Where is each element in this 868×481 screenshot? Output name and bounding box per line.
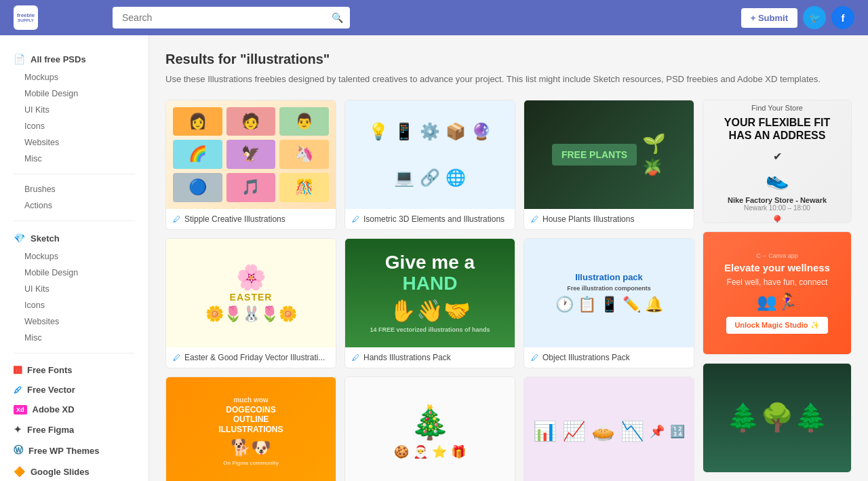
search-input[interactable] (113, 7, 350, 28)
sidebar-item-free-fonts[interactable]: 🅰 Free Fonts (0, 360, 149, 380)
facebook-icon: f (842, 12, 845, 24)
vector-icon: 🖊 (14, 385, 22, 395)
sidebar-item-adobe-xd[interactable]: Xd Adobe XD (0, 400, 149, 419)
figma-icon: ✦ (14, 424, 22, 435)
twitter-icon: 🐦 (809, 12, 821, 23)
card-title: Object Illustrations Pack (542, 353, 630, 362)
all-psds-label: All free PSDs (31, 54, 86, 64)
header-right: + Submit 🐦 f (741, 6, 854, 29)
adobe-xd-label: Adobe XD (33, 404, 75, 415)
sidebar-section-brushes: Brushes Actions (0, 181, 149, 214)
ad-nike-hours: Newark 10:00 – 18:00 (744, 204, 810, 212)
free-wp-label: Free WP Themes (28, 446, 100, 456)
free-vector-label: Free Vector (27, 385, 75, 395)
divider-3 (14, 353, 135, 353)
ad-nike-title: YOUR FLEXIBLE FIT HAS AN ADDRESS (711, 116, 843, 142)
card-icon: 🖊 (173, 353, 180, 362)
card-title: Hands Illustrations Pack (363, 353, 451, 362)
card-hands[interactable]: Give me aHAND ✋👋🤝 14 FREE vectorized ill… (344, 238, 515, 368)
card-isometric-label: 🖊 Isometric 3D Elements and Illustration… (345, 209, 515, 229)
sidebar-sub-sketch-websites[interactable]: Websites (0, 313, 149, 330)
card-hands-label: 🖊 Hands Illustrations Pack (345, 347, 515, 368)
sidebar-sub-misc[interactable]: Misc (0, 151, 149, 167)
google-slides-label: Google Slides (31, 467, 90, 477)
search-button[interactable]: 🔍 (332, 12, 343, 23)
divider-1 (14, 174, 135, 174)
card-stipple[interactable]: 👩 🧑 👨 🌈 🦅 🦄 🔵 🎵 🎊 (165, 100, 336, 230)
logo[interactable]: freebie SUPPLY (14, 5, 102, 30)
card-title: Isometric 3D Elements and Illustrations (363, 214, 505, 224)
main-layout: 📄 All free PSDs Mockups Mobile Design UI… (0, 35, 868, 481)
sidebar-sub-sketch-misc[interactable]: Misc (0, 330, 149, 346)
card-plants-image: FREE PLANTS 🌱 🪴 (524, 100, 694, 209)
sidebar-sub-websites[interactable]: Websites (0, 134, 149, 151)
ad-canva-cta[interactable]: Unlock Magic Studio ✨ (726, 317, 827, 334)
sidebar-sub-mockups[interactable]: Mockups (0, 69, 149, 85)
card-title: House Plants Illustrations (542, 214, 634, 224)
card-stipple-image: 👩 🧑 👨 🌈 🦅 🦄 🔵 🎵 🎊 (166, 100, 336, 209)
sidebar: 📄 All free PSDs Mockups Mobile Design UI… (0, 35, 149, 481)
sidebar-sub-icons[interactable]: Icons (0, 118, 149, 134)
ad-nike[interactable]: Advertisement Find Your Store YOUR FLEXI… (703, 100, 852, 223)
sidebar-sub-sketch-uikits[interactable]: UI Kits (0, 281, 149, 297)
search-bar: 🔍 (113, 7, 350, 28)
card-object-image: Illustration pack Free illustration comp… (524, 239, 694, 347)
sketch-label: Sketch (31, 233, 60, 244)
card-chart[interactable]: 📊 📈 🥧 📉 📌 🔢 🖊 Chart Infographic Illustra… (524, 377, 694, 482)
sidebar-item-brushes[interactable]: Brushes (0, 181, 149, 197)
sidebar-sub-mobile[interactable]: Mobile Design (0, 85, 149, 102)
card-icon: 🖊 (531, 353, 538, 362)
card-icon: 🖊 (173, 215, 180, 223)
header: freebie SUPPLY 🔍 + Submit 🐦 f (0, 0, 868, 35)
card-object-label: 🖊 Object Illustrations Pack (524, 347, 694, 368)
card-stipple-label: 🖊 Stipple Creative Illustrations (166, 209, 336, 229)
content-area: 👩 🧑 👨 🌈 🦅 🦄 🔵 🎵 🎊 (165, 100, 852, 482)
sidebar-item-free-figma[interactable]: ✦ Free Figma (0, 419, 149, 440)
card-forest[interactable]: 🌲🌳🌲 (703, 363, 852, 473)
sidebar-item-free-wp[interactable]: Ⓦ Free WP Themes (0, 440, 149, 461)
card-plants[interactable]: FREE PLANTS 🌱 🪴 🖊 House Plants Illustrat… (524, 100, 694, 230)
card-wreath[interactable]: 🎄 🍪 🎅 ⭐ 🎁 🖊 Wreath I (344, 377, 515, 482)
card-easter[interactable]: 🌸 EASTER 🌼🌷🐰🌷🌼 🖊 Easter & Good Friday Ve… (165, 238, 336, 368)
sidebar-section-psd: 📄 All free PSDs Mockups Mobile Design UI… (0, 49, 149, 167)
card-easter-image: 🌸 EASTER 🌼🌷🐰🌷🌼 (166, 239, 336, 347)
sidebar-section-others: 🅰 Free Fonts 🖊 Free Vector Xd Adobe XD ✦… (0, 360, 149, 481)
card-isometric[interactable]: 💡 📱 ⚙️ 📦 🔮 💻 🔗 🌐 🖊 (344, 100, 515, 230)
card-icon: 🖊 (352, 215, 359, 223)
card-title: Stipple Creative Illustrations (184, 214, 285, 224)
sketch-icon: 💎 (14, 233, 25, 244)
ad-nike-content: Advertisement Find Your Store YOUR FLEXI… (703, 100, 851, 223)
sidebar-sub-sketch-icons[interactable]: Icons (0, 297, 149, 313)
free-fonts-label: Free Fonts (27, 365, 72, 375)
card-object[interactable]: Illustration pack Free illustration comp… (524, 238, 694, 368)
sidebar-sub-sketch-mockups[interactable]: Mockups (0, 248, 149, 265)
sidebar-item-all-psds[interactable]: 📄 All free PSDs (0, 49, 149, 69)
sidebar-item-sketch[interactable]: 💎 Sketch (0, 228, 149, 248)
sidebar-item-actions[interactable]: Actions (0, 197, 149, 214)
psd-icon: 📄 (14, 54, 25, 64)
cards-area: 👩 🧑 👨 🌈 🦅 🦄 🔵 🎵 🎊 (165, 100, 694, 482)
twitter-button[interactable]: 🐦 (803, 6, 826, 29)
card-doge[interactable]: much wow DOGECOINSOUTLINEILLUSTRATIONS 🐕… (165, 377, 336, 482)
sidebar-sub-uikits[interactable]: UI Kits (0, 102, 149, 118)
results-title: Results for "illustrations" (165, 52, 852, 67)
ad-canva[interactable]: C→ Canva app Elevate your wellness Feel … (703, 231, 852, 355)
logo-box: freebie SUPPLY (14, 5, 38, 30)
ad-nike-sub: Nike Factory Store - Newark (728, 196, 827, 204)
free-figma-label: Free Figma (27, 425, 74, 435)
google-icon: 🔶 (14, 466, 25, 477)
card-forest-image: 🌲🌳🌲 (703, 364, 851, 472)
facebook-button[interactable]: f (831, 6, 854, 29)
sidebar-sub-sketch-mobile[interactable]: Mobile Design (0, 265, 149, 281)
sidebar-section-sketch: 💎 Sketch Mockups Mobile Design UI Kits I… (0, 228, 149, 346)
sidebar-item-google-slides[interactable]: 🔶 Google Slides (0, 461, 149, 481)
results-description: Use these Illustrations freebies designe… (165, 73, 852, 86)
cards-row-2: 🌸 EASTER 🌼🌷🐰🌷🌼 🖊 Easter & Good Friday Ve… (165, 238, 694, 368)
xd-icon: Xd (14, 405, 27, 415)
submit-button[interactable]: + Submit (741, 8, 797, 28)
card-doge-image: much wow DOGECOINSOUTLINEILLUSTRATIONS 🐕… (166, 377, 336, 482)
card-icon: 🖊 (352, 353, 359, 362)
sidebar-item-free-vector[interactable]: 🖊 Free Vector (0, 380, 149, 400)
cards-row-3: much wow DOGECOINSOUTLINEILLUSTRATIONS 🐕… (165, 377, 694, 482)
card-icon: 🖊 (531, 215, 538, 223)
